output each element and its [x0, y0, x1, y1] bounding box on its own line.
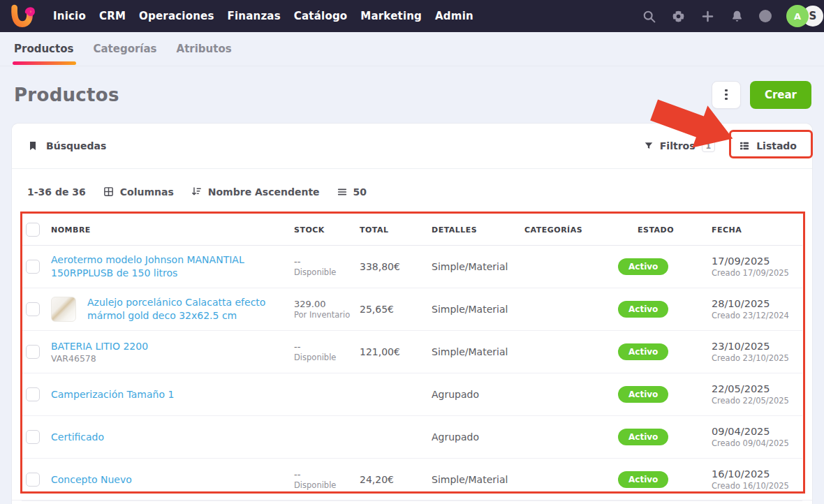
row-checkbox[interactable]: [26, 345, 40, 359]
date-created: Creado 17/09/2025: [712, 268, 802, 278]
stock-type: Disponible: [294, 353, 360, 362]
page-title: Productos: [14, 84, 119, 105]
date-created: Creado 22/05/2025: [712, 396, 802, 406]
product-thumbnail: [51, 297, 76, 322]
menu-item-marketing[interactable]: Marketing: [360, 10, 422, 22]
header-nombre[interactable]: NOMBRE: [51, 225, 294, 235]
results-range: 1-36 de 36: [27, 186, 86, 198]
sort-button[interactable]: Nombre Ascendente: [191, 186, 320, 198]
stock-type: Por Inventario: [294, 310, 360, 320]
columns-button[interactable]: Columnas: [103, 186, 174, 198]
menu-item-inicio[interactable]: Inicio: [53, 10, 86, 22]
status-badge: Activo: [618, 301, 668, 318]
stock-value: --: [294, 469, 360, 480]
filters-button[interactable]: Filtros 1: [644, 140, 715, 152]
table-row[interactable]: Aerotermo modelo Johnson MANANTIAL 150RP…: [22, 246, 802, 288]
saved-searches-button[interactable]: Búsquedas: [27, 140, 106, 151]
product-link[interactable]: Concepto Nuevo: [51, 473, 132, 487]
status-badge: Activo: [618, 386, 668, 403]
date-value: 16/10/2025: [712, 468, 802, 480]
account-circle-icon[interactable]: [759, 10, 772, 22]
page-size-button[interactable]: 50: [337, 186, 367, 198]
table-row[interactable]: Camperización Tamaño 1 Agrupado Activo 2…: [22, 373, 802, 416]
funnel-icon: [644, 141, 654, 151]
rows-per-page-icon: [337, 186, 348, 198]
filters-label: Filtros: [660, 140, 696, 151]
row-checkbox[interactable]: [26, 260, 40, 274]
table-row[interactable]: Azulejo porcelánico Calacatta efecto már…: [22, 288, 802, 331]
product-link[interactable]: Aerotermo modelo Johnson MANANTIAL 150RP…: [51, 253, 276, 280]
menu-item-catalogo[interactable]: Catálogo: [294, 10, 348, 22]
stock-value: --: [294, 341, 360, 352]
page-size-value: 50: [353, 186, 367, 198]
tab-categorias[interactable]: Categorías: [93, 43, 156, 55]
details-cell: Simple/Material: [432, 474, 524, 485]
date-created: Creado 23/10/2025: [712, 353, 802, 363]
date-value: 23/10/2025: [712, 341, 802, 352]
notifications-bell-icon[interactable]: [730, 9, 744, 24]
app-logo-icon[interactable]: [8, 2, 36, 30]
search-icon[interactable]: [642, 9, 656, 24]
stock-value: --: [294, 256, 360, 267]
product-link[interactable]: Camperización Tamaño 1: [51, 388, 174, 401]
list-view-button[interactable]: Listado: [739, 140, 797, 151]
stock-value: 329.00: [294, 299, 360, 309]
menu-item-admin[interactable]: Admin: [435, 10, 473, 22]
menu-item-finanzas[interactable]: Finanzas: [228, 10, 281, 22]
total-cell: 25,65€: [360, 304, 432, 315]
sort-ascending-icon: [191, 186, 203, 198]
date-created: Creado 09/04/2025: [712, 438, 802, 448]
table-row[interactable]: BATERIA LITIO 2200 VAR46578 -- Disponibl…: [22, 331, 802, 373]
details-cell: Simple/Material: [432, 261, 524, 272]
date-value: 17/09/2025: [712, 255, 802, 267]
menu-item-operaciones[interactable]: Operaciones: [139, 10, 214, 22]
table-row[interactable]: Concepto Nuevo -- Disponible 24,20€ Simp…: [22, 459, 802, 501]
status-badge: Activo: [618, 258, 668, 275]
row-checkbox[interactable]: [26, 387, 40, 401]
tab-productos[interactable]: Productos: [14, 43, 73, 55]
more-options-button[interactable]: [712, 81, 741, 109]
status-badge: Activo: [618, 471, 668, 488]
header-estado[interactable]: ESTADO: [618, 225, 712, 235]
total-cell: 24,20€: [360, 474, 432, 485]
bookmark-icon: [27, 140, 38, 151]
columns-grid-icon: [103, 186, 115, 198]
row-checkbox[interactable]: [26, 473, 40, 487]
table-row[interactable]: Certificado Agrupado Activo 09/04/2025 C…: [22, 416, 802, 459]
header-fecha[interactable]: FECHA: [712, 225, 802, 235]
saved-searches-label: Búsquedas: [46, 140, 106, 151]
row-checkbox[interactable]: [26, 430, 40, 444]
details-cell: Agrupado: [432, 389, 524, 400]
navbar-actions: S A: [642, 5, 823, 27]
menu-item-crm[interactable]: CRM: [99, 10, 126, 22]
status-badge: Activo: [618, 343, 668, 360]
help-lifebuoy-icon[interactable]: [671, 9, 686, 24]
sort-label: Nombre Ascendente: [208, 186, 320, 198]
product-link[interactable]: BATERIA LITIO 2200: [51, 340, 148, 353]
kebab-icon: [725, 89, 728, 101]
product-link[interactable]: Certificado: [51, 431, 104, 444]
row-checkbox[interactable]: [26, 302, 40, 316]
header-categorias[interactable]: CATEGORÍAS: [524, 225, 618, 235]
select-all-checkbox[interactable]: [26, 223, 40, 237]
stock-type: Disponible: [294, 267, 360, 277]
section-tabs: Productos Categorías Atributos: [0, 32, 824, 66]
list-view-icon: [739, 140, 750, 151]
product-link[interactable]: Azulejo porcelánico Calacatta efecto már…: [87, 296, 276, 323]
tab-atributos[interactable]: Atributos: [177, 43, 232, 55]
product-sku: VAR46578: [51, 353, 148, 364]
total-cell: 338,80€: [360, 261, 432, 272]
details-cell: Simple/Material: [432, 304, 524, 315]
products-table: NOMBRE STOCK TOTAL DETALLES CATEGORÍAS E…: [22, 214, 802, 501]
date-value: 22/05/2025: [712, 383, 802, 394]
content-card: Búsquedas Filtros 1 Listado: [11, 123, 813, 504]
header-stock[interactable]: STOCK: [294, 225, 360, 235]
list-meta-row: 1-36 de 36 Columnas Nombre Ascendente 50: [12, 169, 812, 214]
list-view-label: Listado: [756, 140, 797, 151]
add-icon[interactable]: [700, 9, 715, 24]
create-button[interactable]: Crear: [750, 81, 811, 109]
user-avatar[interactable]: A: [786, 5, 809, 27]
header-detalles[interactable]: DETALLES: [432, 225, 524, 235]
table-header-row: NOMBRE STOCK TOTAL DETALLES CATEGORÍAS E…: [22, 214, 802, 246]
header-total[interactable]: TOTAL: [360, 225, 432, 235]
